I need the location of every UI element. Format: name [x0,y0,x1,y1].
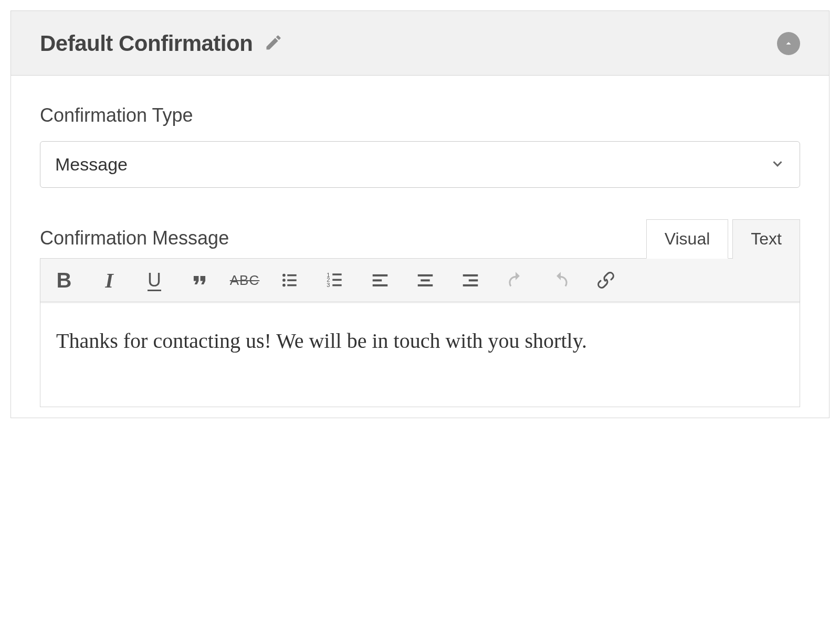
panel-title: Default Confirmation [40,31,253,56]
chevron-down-icon [770,156,785,174]
editor-tabs: Visual Text [642,219,800,259]
svg-rect-17 [418,284,433,286]
underline-button[interactable]: U [140,266,169,294]
link-icon [596,270,616,290]
svg-rect-13 [373,279,382,281]
strikethrough-button[interactable]: ABC [230,266,259,294]
svg-rect-4 [287,279,296,281]
svg-rect-19 [469,279,478,281]
numbered-list-icon: 123 [325,270,345,290]
editor-header: Confirmation Message Visual Text [40,219,800,259]
align-right-icon [460,270,480,290]
confirmation-type-select[interactable]: Message [40,141,800,188]
italic-button[interactable]: I [95,266,123,294]
align-left-button[interactable] [366,266,394,294]
panel-title-wrap: Default Confirmation [40,31,283,56]
svg-point-1 [282,279,286,282]
svg-rect-11 [332,284,341,286]
bullet-list-icon [280,270,300,290]
tab-text[interactable]: Text [732,219,800,259]
blockquote-button[interactable] [185,266,214,294]
confirmation-type-label: Confirmation Type [40,104,800,126]
svg-rect-9 [332,273,341,275]
panel-header: Default Confirmation [11,11,829,76]
collapse-button[interactable] [777,32,800,55]
svg-point-2 [282,284,286,287]
bold-button[interactable]: B [50,266,78,294]
link-button[interactable] [592,266,620,294]
message-editor[interactable]: Thanks for contacting us! We will be in … [40,302,800,407]
svg-rect-5 [287,284,296,286]
svg-text:3: 3 [327,282,330,288]
numbered-list-button[interactable]: 123 [321,266,349,294]
svg-rect-14 [373,284,388,286]
svg-rect-3 [287,274,296,276]
align-center-icon [415,270,435,290]
tab-visual[interactable]: Visual [646,219,729,259]
svg-rect-20 [463,284,478,286]
undo-icon [506,270,526,290]
svg-rect-10 [332,279,341,281]
align-left-icon [370,270,390,290]
quote-icon [190,270,209,290]
redo-icon [551,270,571,290]
svg-rect-12 [373,274,388,276]
svg-rect-18 [463,274,478,276]
confirmation-message-label: Confirmation Message [40,227,229,249]
svg-rect-15 [418,274,433,276]
panel-body: Confirmation Type Message Confirmation M… [11,76,829,418]
bullet-list-button[interactable] [276,266,304,294]
undo-button[interactable] [501,266,530,294]
edit-title-icon[interactable] [264,33,283,54]
editor-toolbar: B I U ABC 123 [40,258,800,302]
align-right-button[interactable] [456,266,485,294]
align-center-button[interactable] [411,266,439,294]
svg-point-0 [282,274,286,277]
svg-rect-16 [421,279,429,281]
confirmation-panel: Default Confirmation Confirmation Type M… [10,10,830,418]
confirmation-type-value: Message [40,141,800,188]
redo-button[interactable] [547,266,575,294]
